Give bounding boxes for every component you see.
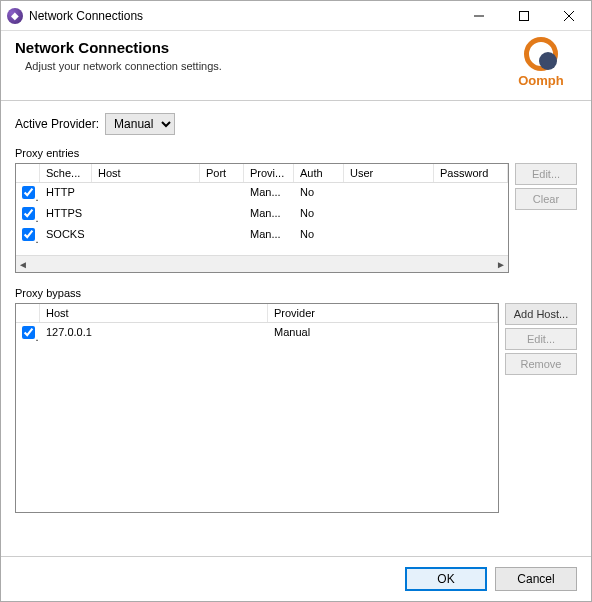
scroll-left-icon[interactable]: ◄ [18, 259, 28, 270]
table-row[interactable]: SOCKSMan...No [16, 225, 508, 246]
active-provider-label: Active Provider: [15, 117, 99, 131]
window-title: Network Connections [29, 9, 143, 23]
table-row[interactable] [16, 485, 498, 503]
proxy-clear-button[interactable]: Clear [515, 188, 577, 210]
proxy-entries-table[interactable]: Sche... Host Port Provi... Auth User Pas… [15, 163, 509, 273]
table-row[interactable] [16, 377, 498, 395]
minimize-button[interactable] [456, 1, 501, 30]
row-checkbox[interactable] [22, 207, 35, 220]
table-row[interactable] [16, 431, 498, 449]
table-row[interactable] [16, 341, 498, 359]
col-password[interactable]: Password [434, 164, 508, 182]
maximize-button[interactable] [501, 1, 546, 30]
col-provider[interactable]: Provi... [244, 164, 294, 182]
col-auth[interactable]: Auth [294, 164, 344, 182]
page-subtitle: Adjust your network connection settings. [25, 60, 505, 72]
table-row[interactable] [16, 413, 498, 431]
row-checkbox[interactable] [22, 326, 35, 339]
table-row[interactable] [16, 395, 498, 413]
col-scheme[interactable]: Sche... [40, 164, 92, 182]
col-port[interactable]: Port [200, 164, 244, 182]
footer: OK Cancel [1, 556, 591, 601]
col-host[interactable]: Host [92, 164, 200, 182]
bypass-edit-button[interactable]: Edit... [505, 328, 577, 350]
table-row[interactable] [16, 359, 498, 377]
brand-logo: Oomph [505, 37, 577, 88]
brand-name: Oomph [518, 73, 564, 88]
ok-button[interactable]: OK [405, 567, 487, 591]
col-bypass-host[interactable]: Host [40, 304, 268, 322]
table-row[interactable] [16, 467, 498, 485]
page-title: Network Connections [15, 39, 505, 56]
gear-icon [524, 37, 558, 71]
hscrollbar[interactable]: ◄ ► [16, 255, 508, 272]
col-bypass-provider[interactable]: Provider [268, 304, 498, 322]
active-provider-select[interactable]: Manual [105, 113, 175, 135]
row-checkbox[interactable] [22, 228, 35, 241]
close-button[interactable] [546, 1, 591, 30]
scroll-right-icon[interactable]: ► [496, 259, 506, 270]
table-row[interactable]: HTTPSMan...No [16, 204, 508, 225]
titlebar: ◆ Network Connections [1, 1, 591, 31]
cancel-button[interactable]: Cancel [495, 567, 577, 591]
table-row[interactable]: 127.0.0.1Manual [16, 323, 498, 341]
svg-rect-1 [519, 11, 528, 20]
table-row[interactable]: HTTPMan...No [16, 183, 508, 204]
row-checkbox[interactable] [22, 186, 35, 199]
header: Network Connections Adjust your network … [1, 31, 591, 101]
proxy-entries-label: Proxy entries [15, 147, 577, 159]
proxy-bypass-table[interactable]: Host Provider 127.0.0.1Manual [15, 303, 499, 513]
proxy-edit-button[interactable]: Edit... [515, 163, 577, 185]
app-icon: ◆ [7, 8, 23, 24]
add-host-button[interactable]: Add Host... [505, 303, 577, 325]
col-user[interactable]: User [344, 164, 434, 182]
table-row[interactable] [16, 449, 498, 467]
proxy-bypass-label: Proxy bypass [15, 287, 577, 299]
bypass-remove-button[interactable]: Remove [505, 353, 577, 375]
